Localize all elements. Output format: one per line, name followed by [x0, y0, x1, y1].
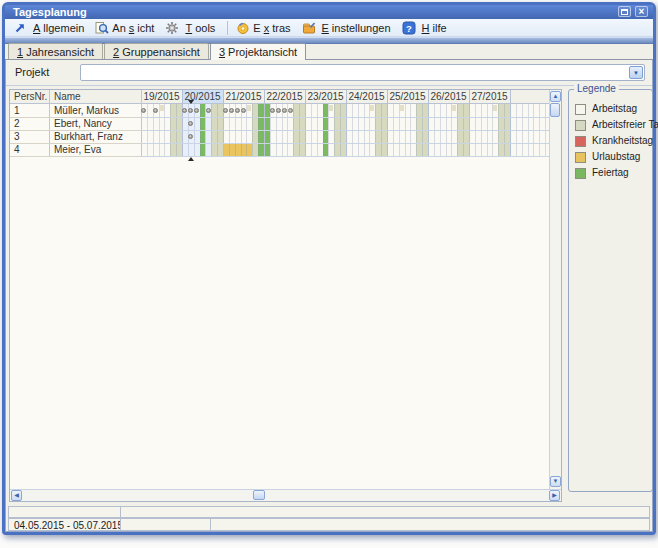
- week-header: 22/2015: [264, 90, 305, 103]
- tab-projektansicht[interactable]: 3 Projektansicht: [210, 43, 306, 60]
- project-label: Projekt: [15, 66, 49, 78]
- table-row[interactable]: 2Ebert, Nancy: [10, 117, 141, 130]
- halfday-marker: [159, 105, 163, 111]
- project-dropdown-button[interactable]: ▼: [629, 66, 643, 79]
- legend-box: Legende ArbeitstagArbeitsfreier TagKrank…: [568, 89, 653, 492]
- week-header: 24/2015: [346, 90, 387, 103]
- tab-jahresansicht[interactable]: 1 Jahresansicht: [8, 43, 103, 59]
- menu-item-tools[interactable]: Tools: [165, 21, 215, 35]
- menu-item-allgemein[interactable]: Allgemein: [13, 21, 84, 35]
- column-header-persnr: PersNr.: [14, 90, 48, 103]
- halfday-marker: [247, 105, 251, 111]
- date-range-text: 04.05.2015 - 05.07.2015: [14, 520, 123, 531]
- row-name: Müller, Markus: [54, 104, 119, 117]
- appointment-dot[interactable]: [288, 108, 293, 113]
- menu-item-label: E: [322, 22, 329, 34]
- menu-item-extras[interactable]: Extras: [236, 21, 290, 35]
- menu-item-label: llgemein: [43, 22, 84, 34]
- restore-button[interactable]: [618, 6, 631, 17]
- planning-grid: PersNr.Name19/201520/201521/201522/20152…: [9, 89, 562, 502]
- menu-item-einstellungen[interactable]: Einstellungen: [302, 21, 391, 35]
- appointment-dot[interactable]: [282, 108, 287, 113]
- table-row[interactable]: 1Müller, Markus: [10, 104, 141, 117]
- legend-swatch: [575, 152, 586, 163]
- scroll-up-button[interactable]: ▲: [550, 91, 561, 102]
- chevron-down-icon: ▼: [633, 70, 639, 76]
- horizontal-scroll-thumb[interactable]: [253, 490, 265, 500]
- menu-item-label: An: [112, 22, 125, 34]
- title-bar[interactable]: Tagesplanung ×: [5, 5, 653, 19]
- tab-label: Gruppenansicht: [119, 46, 200, 58]
- halfday-marker: [370, 105, 374, 111]
- legend-item: Urlaubstag: [569, 150, 652, 166]
- scroll-down-button[interactable]: ▼: [550, 476, 561, 487]
- vertical-scrollbar[interactable]: [549, 90, 561, 489]
- menu-item-label: s: [129, 22, 135, 34]
- status-date-range-cell: 04.05.2015 - 05.07.2015: [8, 518, 121, 531]
- horizontal-scrollbar[interactable]: [10, 489, 561, 501]
- week-header: 21/2015: [223, 90, 264, 103]
- legend-label: Urlaubstag: [592, 151, 640, 162]
- titlebar-buttons: ×: [618, 6, 648, 17]
- halfday-marker: [329, 105, 333, 111]
- scroll-left-button[interactable]: ◀: [11, 490, 22, 501]
- close-icon: ×: [639, 7, 645, 16]
- legend-label: Feiertag: [592, 167, 629, 178]
- legend-item: Feiertag: [569, 166, 652, 182]
- row-name: Ebert, Nancy: [54, 117, 112, 130]
- status-cell: [120, 518, 211, 531]
- row-name: Burkhart, Franz: [54, 130, 123, 143]
- status-bar-top: [8, 506, 650, 518]
- svg-text:?: ?: [406, 22, 412, 33]
- legend-swatch: [575, 120, 586, 131]
- row-gridline: [141, 156, 549, 157]
- status-cell: [210, 518, 650, 531]
- halfday-marker: [452, 105, 456, 111]
- tab-label: Jahresansicht: [23, 46, 94, 58]
- legend-item: Arbeitsfreier Tag: [569, 118, 652, 134]
- tab-gruppenansicht[interactable]: 2 Gruppenansicht: [104, 43, 209, 59]
- menu-item-label: instellungen: [332, 22, 391, 34]
- menu-item-label: tras: [272, 22, 290, 34]
- project-combobox[interactable]: ▼: [80, 64, 645, 81]
- arrow-up-right-icon: [13, 21, 27, 35]
- row-persnr: 2: [14, 117, 20, 130]
- gear-icon: [165, 21, 179, 35]
- appointment-dot[interactable]: [206, 108, 211, 113]
- magnifier-icon: [95, 21, 109, 35]
- week-header: 26/2015: [428, 90, 469, 103]
- legend-caption: Legende: [574, 83, 619, 94]
- legend-item: Krankheitstag: [569, 134, 652, 150]
- week-header: 27/2015: [469, 90, 510, 103]
- tab-label: Projektansicht: [225, 46, 297, 58]
- menu-item-label: ools: [195, 22, 215, 34]
- row-name: Meier, Eva: [54, 143, 101, 156]
- legend-swatch: [575, 136, 586, 147]
- table-row[interactable]: 4Meier, Eva: [10, 143, 141, 156]
- settings-icon: [302, 21, 316, 35]
- menu-item-ansicht[interactable]: Ansicht: [95, 21, 154, 35]
- current-day-marker-bottom: [188, 157, 194, 161]
- vacation-cells[interactable]: [223, 144, 252, 156]
- lifebuoy-icon: [236, 21, 250, 35]
- appointment-dot[interactable]: [241, 108, 246, 113]
- scroll-right-button[interactable]: ▶: [549, 490, 560, 501]
- legend-items: ArbeitstagArbeitsfreier TagKrankheitstag…: [569, 102, 652, 182]
- menu-item-label: icht: [137, 22, 154, 34]
- menu-item-label: H: [422, 22, 430, 34]
- vertical-scroll-thumb[interactable]: [550, 103, 560, 117]
- menu-item-label: ilfe: [433, 22, 447, 34]
- legend-label: Krankheitstag: [592, 135, 653, 146]
- legend-swatch: [575, 168, 586, 179]
- column-header-name: Name: [54, 90, 134, 103]
- close-button[interactable]: ×: [635, 6, 648, 17]
- week-header: 19/2015: [141, 90, 182, 103]
- menu-item-hilfe[interactable]: ?Hilfe: [402, 21, 447, 35]
- tab-strip: 1 Jahresansicht2 Gruppenansicht3 Projekt…: [5, 44, 653, 60]
- row-gridline: [10, 156, 141, 157]
- current-day-marker-top: [188, 100, 194, 104]
- table-row[interactable]: 3Burkhart, Franz: [10, 130, 141, 143]
- status-bar-bottom: 04.05.2015 - 05.07.2015: [8, 518, 650, 531]
- menu-item-label: A: [33, 22, 40, 34]
- app-window: Tagesplanung × AllgemeinAnsichtToolsExtr…: [2, 2, 656, 535]
